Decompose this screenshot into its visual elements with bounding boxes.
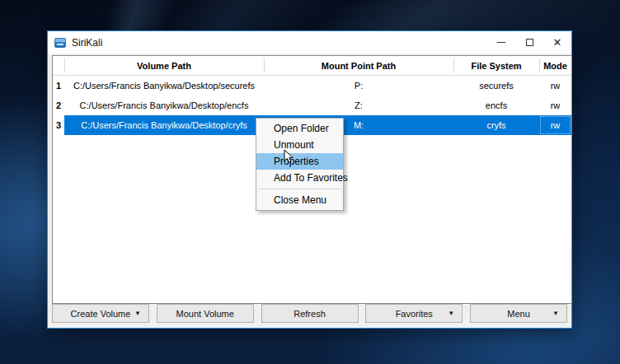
menu-item-close-menu[interactable]: Close Menu bbox=[256, 192, 343, 208]
file-system-cell[interactable]: cryfs bbox=[453, 115, 539, 135]
mode-cell[interactable]: rw bbox=[539, 115, 571, 135]
window-controls: ✕ bbox=[487, 31, 571, 54]
volume-path-cell[interactable]: C:/Users/Francis Banyikwa/Desktop/cryfs bbox=[64, 115, 264, 135]
row-number: 2 bbox=[53, 96, 64, 115]
dropdown-arrow-icon: ▼ bbox=[134, 310, 141, 317]
mode-cell[interactable]: rw bbox=[539, 96, 571, 115]
mount-volume-button[interactable]: Mount Volume bbox=[157, 304, 254, 323]
dropdown-arrow-icon: ▼ bbox=[552, 310, 559, 317]
menu-item-add-to-favorites[interactable]: Add To Favorites bbox=[256, 170, 343, 186]
volume-path-cell[interactable]: C:/Users/Francis Banyikwa/Desktop/secure… bbox=[64, 76, 264, 96]
table-header-row: Volume Path Mount Point Path File System… bbox=[53, 56, 571, 76]
row-number: 1 bbox=[53, 76, 64, 96]
menu-item-unmount[interactable]: Unmount bbox=[256, 137, 343, 153]
dropdown-arrow-icon: ▼ bbox=[448, 310, 454, 317]
file-system-cell[interactable]: securefs bbox=[453, 76, 539, 96]
minimize-button[interactable] bbox=[487, 31, 515, 54]
maximize-icon bbox=[526, 39, 533, 46]
menu-item-open-folder[interactable]: Open Folder bbox=[256, 120, 343, 137]
menu-item-properties[interactable]: Properties bbox=[256, 153, 343, 170]
row-number: 3 bbox=[53, 115, 64, 135]
minimize-icon bbox=[497, 42, 505, 43]
menu-button[interactable]: Menu ▼ bbox=[470, 304, 567, 323]
mouse-cursor bbox=[284, 149, 297, 164]
bottom-button-row: Create Volume ▼ Mount Volume Refresh Fav… bbox=[52, 304, 567, 323]
mount-point-cell[interactable]: P: bbox=[264, 76, 453, 96]
close-icon: ✕ bbox=[553, 36, 562, 49]
corner-header-cell bbox=[53, 56, 64, 75]
refresh-button[interactable]: Refresh bbox=[261, 304, 359, 323]
titlebar[interactable]: SiriKali ✕ bbox=[48, 31, 571, 54]
maximize-button[interactable] bbox=[515, 31, 543, 54]
column-header-file-system[interactable]: File System bbox=[453, 56, 539, 75]
table-row[interactable]: 2 C:/Users/Francis Banyikwa/Desktop/encf… bbox=[53, 96, 571, 115]
file-system-cell[interactable]: encfs bbox=[453, 96, 539, 115]
menu-separator bbox=[258, 189, 341, 189]
menu-label: Menu bbox=[507, 309, 530, 319]
desktop-background: { "window": { "title": "SiriKali", "cont… bbox=[0, 0, 620, 364]
app-icon bbox=[54, 38, 66, 48]
column-header-mode[interactable]: Mode bbox=[539, 56, 571, 75]
create-volume-label: Create Volume bbox=[71, 309, 131, 319]
context-menu: Open Folder Unmount Properties Add To Fa… bbox=[256, 118, 344, 211]
volume-path-cell[interactable]: C:/Users/Francis Banyikwa/Desktop/encfs bbox=[64, 96, 264, 115]
create-volume-button[interactable]: Create Volume ▼ bbox=[52, 304, 149, 323]
table-row[interactable]: 1 C:/Users/Francis Banyikwa/Desktop/secu… bbox=[53, 76, 571, 96]
mode-cell[interactable]: rw bbox=[539, 76, 571, 96]
favorites-label: Favorites bbox=[396, 309, 433, 319]
refresh-label: Refresh bbox=[294, 309, 326, 319]
mount-point-cell[interactable]: Z: bbox=[264, 96, 453, 115]
column-header-volume-path[interactable]: Volume Path bbox=[64, 56, 264, 75]
column-header-mount-point-path[interactable]: Mount Point Path bbox=[264, 56, 453, 75]
favorites-button[interactable]: Favorites ▼ bbox=[365, 304, 463, 323]
mount-volume-label: Mount Volume bbox=[176, 309, 234, 319]
close-button[interactable]: ✕ bbox=[543, 31, 571, 54]
window-title: SiriKali bbox=[72, 37, 102, 49]
